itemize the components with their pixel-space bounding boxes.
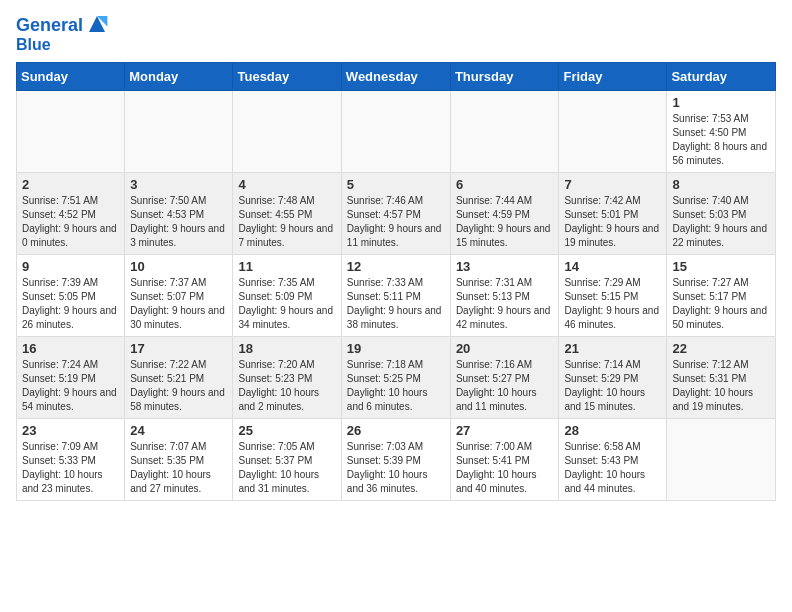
day-number: 2 bbox=[22, 177, 119, 192]
day-info: Sunrise: 7:29 AMSunset: 5:15 PMDaylight:… bbox=[564, 276, 661, 332]
day-header-monday: Monday bbox=[125, 62, 233, 90]
day-number: 28 bbox=[564, 423, 661, 438]
day-info: Sunrise: 7:51 AMSunset: 4:52 PMDaylight:… bbox=[22, 194, 119, 250]
day-info: Sunrise: 7:20 AMSunset: 5:23 PMDaylight:… bbox=[238, 358, 335, 414]
day-number: 21 bbox=[564, 341, 661, 356]
day-info: Sunrise: 7:44 AMSunset: 4:59 PMDaylight:… bbox=[456, 194, 554, 250]
calendar-cell: 4Sunrise: 7:48 AMSunset: 4:55 PMDaylight… bbox=[233, 172, 341, 254]
day-info: Sunrise: 7:18 AMSunset: 5:25 PMDaylight:… bbox=[347, 358, 445, 414]
day-info: Sunrise: 7:12 AMSunset: 5:31 PMDaylight:… bbox=[672, 358, 770, 414]
day-number: 6 bbox=[456, 177, 554, 192]
calendar-cell: 10Sunrise: 7:37 AMSunset: 5:07 PMDayligh… bbox=[125, 254, 233, 336]
day-number: 14 bbox=[564, 259, 661, 274]
day-info: Sunrise: 7:31 AMSunset: 5:13 PMDaylight:… bbox=[456, 276, 554, 332]
calendar-cell: 17Sunrise: 7:22 AMSunset: 5:21 PMDayligh… bbox=[125, 336, 233, 418]
calendar-cell: 16Sunrise: 7:24 AMSunset: 5:19 PMDayligh… bbox=[17, 336, 125, 418]
day-info: Sunrise: 7:33 AMSunset: 5:11 PMDaylight:… bbox=[347, 276, 445, 332]
calendar-week-row: 9Sunrise: 7:39 AMSunset: 5:05 PMDaylight… bbox=[17, 254, 776, 336]
day-info: Sunrise: 7:40 AMSunset: 5:03 PMDaylight:… bbox=[672, 194, 770, 250]
day-info: Sunrise: 7:48 AMSunset: 4:55 PMDaylight:… bbox=[238, 194, 335, 250]
day-number: 27 bbox=[456, 423, 554, 438]
day-info: Sunrise: 7:50 AMSunset: 4:53 PMDaylight:… bbox=[130, 194, 227, 250]
day-info: Sunrise: 7:24 AMSunset: 5:19 PMDaylight:… bbox=[22, 358, 119, 414]
calendar-cell: 6Sunrise: 7:44 AMSunset: 4:59 PMDaylight… bbox=[450, 172, 559, 254]
calendar-header-row: SundayMondayTuesdayWednesdayThursdayFrid… bbox=[17, 62, 776, 90]
day-number: 10 bbox=[130, 259, 227, 274]
logo-icon bbox=[85, 12, 109, 36]
day-info: Sunrise: 7:39 AMSunset: 5:05 PMDaylight:… bbox=[22, 276, 119, 332]
day-info: Sunrise: 7:07 AMSunset: 5:35 PMDaylight:… bbox=[130, 440, 227, 496]
day-header-thursday: Thursday bbox=[450, 62, 559, 90]
day-number: 4 bbox=[238, 177, 335, 192]
day-info: Sunrise: 7:03 AMSunset: 5:39 PMDaylight:… bbox=[347, 440, 445, 496]
calendar-cell: 2Sunrise: 7:51 AMSunset: 4:52 PMDaylight… bbox=[17, 172, 125, 254]
day-number: 25 bbox=[238, 423, 335, 438]
calendar-cell: 26Sunrise: 7:03 AMSunset: 5:39 PMDayligh… bbox=[341, 418, 450, 500]
calendar-week-row: 2Sunrise: 7:51 AMSunset: 4:52 PMDaylight… bbox=[17, 172, 776, 254]
calendar-cell: 21Sunrise: 7:14 AMSunset: 5:29 PMDayligh… bbox=[559, 336, 667, 418]
day-number: 23 bbox=[22, 423, 119, 438]
calendar-cell: 5Sunrise: 7:46 AMSunset: 4:57 PMDaylight… bbox=[341, 172, 450, 254]
calendar-cell bbox=[667, 418, 776, 500]
day-info: Sunrise: 7:42 AMSunset: 5:01 PMDaylight:… bbox=[564, 194, 661, 250]
calendar-week-row: 16Sunrise: 7:24 AMSunset: 5:19 PMDayligh… bbox=[17, 336, 776, 418]
day-number: 24 bbox=[130, 423, 227, 438]
calendar-cell: 23Sunrise: 7:09 AMSunset: 5:33 PMDayligh… bbox=[17, 418, 125, 500]
day-number: 16 bbox=[22, 341, 119, 356]
day-header-saturday: Saturday bbox=[667, 62, 776, 90]
day-number: 17 bbox=[130, 341, 227, 356]
day-info: Sunrise: 7:53 AMSunset: 4:50 PMDaylight:… bbox=[672, 112, 770, 168]
logo-blue-text: Blue bbox=[16, 36, 109, 54]
calendar-cell: 15Sunrise: 7:27 AMSunset: 5:17 PMDayligh… bbox=[667, 254, 776, 336]
calendar-cell: 3Sunrise: 7:50 AMSunset: 4:53 PMDaylight… bbox=[125, 172, 233, 254]
day-info: Sunrise: 6:58 AMSunset: 5:43 PMDaylight:… bbox=[564, 440, 661, 496]
calendar-cell bbox=[233, 90, 341, 172]
day-info: Sunrise: 7:14 AMSunset: 5:29 PMDaylight:… bbox=[564, 358, 661, 414]
calendar-cell: 9Sunrise: 7:39 AMSunset: 5:05 PMDaylight… bbox=[17, 254, 125, 336]
calendar-cell bbox=[17, 90, 125, 172]
day-info: Sunrise: 7:46 AMSunset: 4:57 PMDaylight:… bbox=[347, 194, 445, 250]
calendar-cell bbox=[125, 90, 233, 172]
logo-text: General bbox=[16, 16, 109, 36]
day-number: 15 bbox=[672, 259, 770, 274]
calendar-cell: 19Sunrise: 7:18 AMSunset: 5:25 PMDayligh… bbox=[341, 336, 450, 418]
calendar-cell: 25Sunrise: 7:05 AMSunset: 5:37 PMDayligh… bbox=[233, 418, 341, 500]
day-header-friday: Friday bbox=[559, 62, 667, 90]
calendar-cell: 24Sunrise: 7:07 AMSunset: 5:35 PMDayligh… bbox=[125, 418, 233, 500]
day-number: 18 bbox=[238, 341, 335, 356]
day-number: 1 bbox=[672, 95, 770, 110]
day-number: 11 bbox=[238, 259, 335, 274]
day-header-tuesday: Tuesday bbox=[233, 62, 341, 90]
page-header: General Blue bbox=[16, 16, 776, 54]
calendar-table: SundayMondayTuesdayWednesdayThursdayFrid… bbox=[16, 62, 776, 501]
day-info: Sunrise: 7:37 AMSunset: 5:07 PMDaylight:… bbox=[130, 276, 227, 332]
day-number: 22 bbox=[672, 341, 770, 356]
day-header-wednesday: Wednesday bbox=[341, 62, 450, 90]
calendar-cell: 27Sunrise: 7:00 AMSunset: 5:41 PMDayligh… bbox=[450, 418, 559, 500]
calendar-cell: 22Sunrise: 7:12 AMSunset: 5:31 PMDayligh… bbox=[667, 336, 776, 418]
day-number: 8 bbox=[672, 177, 770, 192]
calendar-cell: 12Sunrise: 7:33 AMSunset: 5:11 PMDayligh… bbox=[341, 254, 450, 336]
day-info: Sunrise: 7:00 AMSunset: 5:41 PMDaylight:… bbox=[456, 440, 554, 496]
calendar-cell: 7Sunrise: 7:42 AMSunset: 5:01 PMDaylight… bbox=[559, 172, 667, 254]
day-number: 20 bbox=[456, 341, 554, 356]
day-info: Sunrise: 7:16 AMSunset: 5:27 PMDaylight:… bbox=[456, 358, 554, 414]
day-number: 13 bbox=[456, 259, 554, 274]
day-info: Sunrise: 7:09 AMSunset: 5:33 PMDaylight:… bbox=[22, 440, 119, 496]
day-number: 19 bbox=[347, 341, 445, 356]
calendar-cell bbox=[559, 90, 667, 172]
day-number: 3 bbox=[130, 177, 227, 192]
calendar-cell bbox=[450, 90, 559, 172]
day-info: Sunrise: 7:22 AMSunset: 5:21 PMDaylight:… bbox=[130, 358, 227, 414]
calendar-cell: 11Sunrise: 7:35 AMSunset: 5:09 PMDayligh… bbox=[233, 254, 341, 336]
calendar-cell: 1Sunrise: 7:53 AMSunset: 4:50 PMDaylight… bbox=[667, 90, 776, 172]
logo: General Blue bbox=[16, 16, 109, 54]
calendar-week-row: 23Sunrise: 7:09 AMSunset: 5:33 PMDayligh… bbox=[17, 418, 776, 500]
day-info: Sunrise: 7:27 AMSunset: 5:17 PMDaylight:… bbox=[672, 276, 770, 332]
calendar-cell: 18Sunrise: 7:20 AMSunset: 5:23 PMDayligh… bbox=[233, 336, 341, 418]
day-number: 5 bbox=[347, 177, 445, 192]
day-number: 12 bbox=[347, 259, 445, 274]
calendar-cell: 14Sunrise: 7:29 AMSunset: 5:15 PMDayligh… bbox=[559, 254, 667, 336]
calendar-cell: 13Sunrise: 7:31 AMSunset: 5:13 PMDayligh… bbox=[450, 254, 559, 336]
day-info: Sunrise: 7:05 AMSunset: 5:37 PMDaylight:… bbox=[238, 440, 335, 496]
